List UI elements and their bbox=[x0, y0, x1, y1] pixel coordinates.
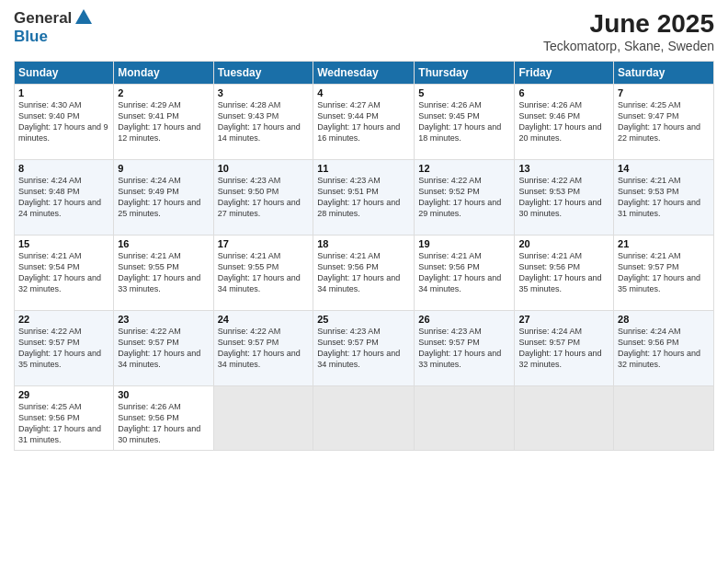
page-subtitle: Teckomatorp, Skane, Sweden bbox=[543, 39, 714, 53]
day-number: 19 bbox=[418, 238, 510, 249]
title-block: June 2025 Teckomatorp, Skane, Sweden bbox=[543, 9, 714, 53]
day-info: Sunrise: 4:25 AM Sunset: 9:56 PM Dayligh… bbox=[18, 401, 109, 446]
day-number: 1 bbox=[18, 87, 109, 98]
svg-marker-0 bbox=[75, 9, 92, 24]
day-number: 23 bbox=[118, 314, 209, 325]
page: General Blue June 2025 Teckomatorp, Skan… bbox=[0, 0, 728, 563]
day-number: 18 bbox=[317, 238, 410, 249]
day-info: Sunrise: 4:27 AM Sunset: 9:44 PM Dayligh… bbox=[317, 99, 410, 144]
day-info: Sunrise: 4:24 AM Sunset: 9:49 PM Dayligh… bbox=[118, 175, 209, 220]
day-info: Sunrise: 4:26 AM Sunset: 9:56 PM Dayligh… bbox=[118, 401, 209, 446]
table-row: 23Sunrise: 4:22 AM Sunset: 9:57 PM Dayli… bbox=[114, 311, 213, 386]
table-row: 16Sunrise: 4:21 AM Sunset: 9:55 PM Dayli… bbox=[114, 236, 213, 311]
table-row: 9Sunrise: 4:24 AM Sunset: 9:49 PM Daylig… bbox=[114, 160, 213, 236]
day-number: 27 bbox=[518, 314, 609, 325]
table-row: 13Sunrise: 4:22 AM Sunset: 9:53 PM Dayli… bbox=[515, 160, 614, 236]
day-info: Sunrise: 4:22 AM Sunset: 9:57 PM Dayligh… bbox=[118, 326, 209, 371]
table-row: 26Sunrise: 4:23 AM Sunset: 9:57 PM Dayli… bbox=[415, 311, 515, 386]
day-info: Sunrise: 4:24 AM Sunset: 9:56 PM Dayligh… bbox=[618, 326, 710, 371]
table-row: 5Sunrise: 4:26 AM Sunset: 9:45 PM Daylig… bbox=[415, 85, 515, 160]
day-number: 24 bbox=[218, 314, 310, 325]
day-info: Sunrise: 4:22 AM Sunset: 9:53 PM Dayligh… bbox=[518, 175, 609, 220]
header-friday: Friday bbox=[515, 62, 614, 85]
day-info: Sunrise: 4:22 AM Sunset: 9:52 PM Dayligh… bbox=[418, 175, 510, 220]
table-row bbox=[313, 386, 415, 451]
day-info: Sunrise: 4:23 AM Sunset: 9:57 PM Dayligh… bbox=[418, 326, 510, 371]
day-number: 28 bbox=[618, 314, 710, 325]
day-info: Sunrise: 4:21 AM Sunset: 9:53 PM Dayligh… bbox=[618, 175, 710, 220]
table-row: 7Sunrise: 4:25 AM Sunset: 9:47 PM Daylig… bbox=[614, 85, 714, 160]
day-number: 8 bbox=[18, 163, 109, 174]
table-row bbox=[415, 386, 515, 451]
table-row: 14Sunrise: 4:21 AM Sunset: 9:53 PM Dayli… bbox=[614, 160, 714, 236]
header-wednesday: Wednesday bbox=[313, 62, 415, 85]
day-info: Sunrise: 4:21 AM Sunset: 9:55 PM Dayligh… bbox=[218, 250, 310, 295]
table-row: 27Sunrise: 4:24 AM Sunset: 9:57 PM Dayli… bbox=[515, 311, 614, 386]
day-number: 22 bbox=[18, 314, 109, 325]
table-row: 2Sunrise: 4:29 AM Sunset: 9:41 PM Daylig… bbox=[114, 85, 213, 160]
table-row: 30Sunrise: 4:26 AM Sunset: 9:56 PM Dayli… bbox=[114, 386, 213, 451]
day-info: Sunrise: 4:21 AM Sunset: 9:56 PM Dayligh… bbox=[518, 250, 609, 295]
day-number: 13 bbox=[518, 163, 609, 174]
day-number: 20 bbox=[518, 238, 609, 249]
table-row: 22Sunrise: 4:22 AM Sunset: 9:57 PM Dayli… bbox=[15, 311, 114, 386]
day-info: Sunrise: 4:26 AM Sunset: 9:45 PM Dayligh… bbox=[418, 99, 510, 144]
day-info: Sunrise: 4:23 AM Sunset: 9:50 PM Dayligh… bbox=[218, 175, 310, 220]
day-info: Sunrise: 4:26 AM Sunset: 9:46 PM Dayligh… bbox=[518, 99, 609, 144]
day-number: 14 bbox=[618, 163, 710, 174]
day-number: 4 bbox=[317, 87, 410, 98]
header-saturday: Saturday bbox=[614, 62, 714, 85]
day-number: 21 bbox=[618, 238, 710, 249]
table-row: 25Sunrise: 4:23 AM Sunset: 9:57 PM Dayli… bbox=[313, 311, 415, 386]
day-info: Sunrise: 4:21 AM Sunset: 9:57 PM Dayligh… bbox=[618, 250, 710, 295]
day-info: Sunrise: 4:23 AM Sunset: 9:51 PM Dayligh… bbox=[317, 175, 410, 220]
table-row: 19Sunrise: 4:21 AM Sunset: 9:56 PM Dayli… bbox=[415, 236, 515, 311]
table-row bbox=[614, 386, 714, 451]
day-info: Sunrise: 4:23 AM Sunset: 9:57 PM Dayligh… bbox=[317, 326, 410, 371]
day-info: Sunrise: 4:30 AM Sunset: 9:40 PM Dayligh… bbox=[18, 99, 109, 144]
day-number: 26 bbox=[418, 314, 510, 325]
table-row: 4Sunrise: 4:27 AM Sunset: 9:44 PM Daylig… bbox=[313, 85, 415, 160]
table-row: 29Sunrise: 4:25 AM Sunset: 9:56 PM Dayli… bbox=[15, 386, 114, 451]
day-number: 25 bbox=[317, 314, 410, 325]
table-row: 21Sunrise: 4:21 AM Sunset: 9:57 PM Dayli… bbox=[614, 236, 714, 311]
day-number: 11 bbox=[317, 163, 410, 174]
table-row: 3Sunrise: 4:28 AM Sunset: 9:43 PM Daylig… bbox=[213, 85, 313, 160]
day-info: Sunrise: 4:22 AM Sunset: 9:57 PM Dayligh… bbox=[18, 326, 109, 371]
day-info: Sunrise: 4:21 AM Sunset: 9:55 PM Dayligh… bbox=[118, 250, 209, 295]
header-thursday: Thursday bbox=[415, 62, 515, 85]
day-info: Sunrise: 4:21 AM Sunset: 9:54 PM Dayligh… bbox=[18, 250, 109, 295]
table-row bbox=[213, 386, 313, 451]
day-info: Sunrise: 4:28 AM Sunset: 9:43 PM Dayligh… bbox=[218, 99, 310, 144]
table-row: 20Sunrise: 4:21 AM Sunset: 9:56 PM Dayli… bbox=[515, 236, 614, 311]
table-row: 28Sunrise: 4:24 AM Sunset: 9:56 PM Dayli… bbox=[614, 311, 714, 386]
table-row: 8Sunrise: 4:24 AM Sunset: 9:48 PM Daylig… bbox=[15, 160, 114, 236]
table-row: 10Sunrise: 4:23 AM Sunset: 9:50 PM Dayli… bbox=[213, 160, 313, 236]
logo-general: General bbox=[14, 9, 72, 28]
day-number: 10 bbox=[218, 163, 310, 174]
header-tuesday: Tuesday bbox=[213, 62, 313, 85]
day-info: Sunrise: 4:25 AM Sunset: 9:47 PM Dayligh… bbox=[618, 99, 710, 144]
table-row: 18Sunrise: 4:21 AM Sunset: 9:56 PM Dayli… bbox=[313, 236, 415, 311]
table-row: 24Sunrise: 4:22 AM Sunset: 9:57 PM Dayli… bbox=[213, 311, 313, 386]
table-row: 1Sunrise: 4:30 AM Sunset: 9:40 PM Daylig… bbox=[15, 85, 114, 160]
day-number: 7 bbox=[618, 87, 710, 98]
calendar-header-row: Sunday Monday Tuesday Wednesday Thursday… bbox=[15, 62, 714, 85]
day-number: 6 bbox=[518, 87, 609, 98]
day-number: 17 bbox=[218, 238, 310, 249]
day-number: 3 bbox=[218, 87, 310, 98]
header-sunday: Sunday bbox=[15, 62, 114, 85]
table-row bbox=[515, 386, 614, 451]
day-number: 29 bbox=[18, 389, 109, 400]
table-row: 6Sunrise: 4:26 AM Sunset: 9:46 PM Daylig… bbox=[515, 85, 614, 160]
calendar-table: Sunday Monday Tuesday Wednesday Thursday… bbox=[14, 61, 714, 451]
table-row: 17Sunrise: 4:21 AM Sunset: 9:55 PM Dayli… bbox=[213, 236, 313, 311]
table-row: 15Sunrise: 4:21 AM Sunset: 9:54 PM Dayli… bbox=[15, 236, 114, 311]
day-number: 5 bbox=[418, 87, 510, 98]
day-info: Sunrise: 4:29 AM Sunset: 9:41 PM Dayligh… bbox=[118, 99, 209, 144]
table-row: 12Sunrise: 4:22 AM Sunset: 9:52 PM Dayli… bbox=[415, 160, 515, 236]
day-info: Sunrise: 4:24 AM Sunset: 9:57 PM Dayligh… bbox=[518, 326, 609, 371]
day-number: 15 bbox=[18, 238, 109, 249]
day-number: 2 bbox=[118, 87, 209, 98]
day-number: 12 bbox=[418, 163, 510, 174]
